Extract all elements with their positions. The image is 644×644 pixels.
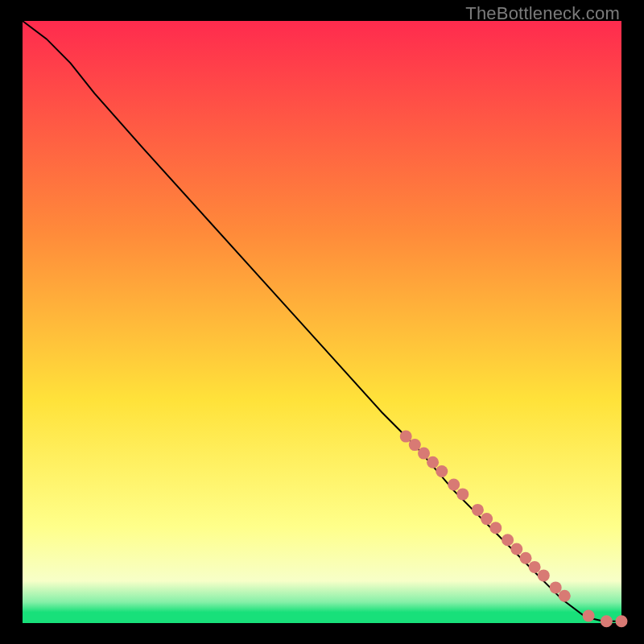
- marker-dot: [529, 561, 541, 573]
- marker-dot: [409, 439, 421, 451]
- marker-dot: [489, 522, 502, 534]
- marker-dot: [427, 456, 439, 469]
- marker-dot: [456, 488, 469, 500]
- marker-dot: [502, 534, 514, 546]
- marker-dot: [481, 513, 493, 525]
- marker-dot: [520, 552, 532, 564]
- marker-group: [400, 431, 628, 628]
- chart-svg: [23, 21, 621, 623]
- marker-dot: [550, 581, 562, 593]
- marker-dot: [436, 465, 448, 477]
- marker-dot: [400, 431, 412, 443]
- marker-dot: [472, 504, 484, 516]
- marker-dot: [538, 569, 550, 581]
- marker-dot: [601, 615, 613, 627]
- marker-dot: [510, 543, 522, 555]
- curve-line: [23, 21, 621, 621]
- marker-dot: [448, 479, 460, 491]
- marker-dot: [559, 590, 571, 602]
- marker-dot: [616, 615, 628, 627]
- marker-dot: [583, 610, 595, 622]
- marker-dot: [418, 448, 430, 460]
